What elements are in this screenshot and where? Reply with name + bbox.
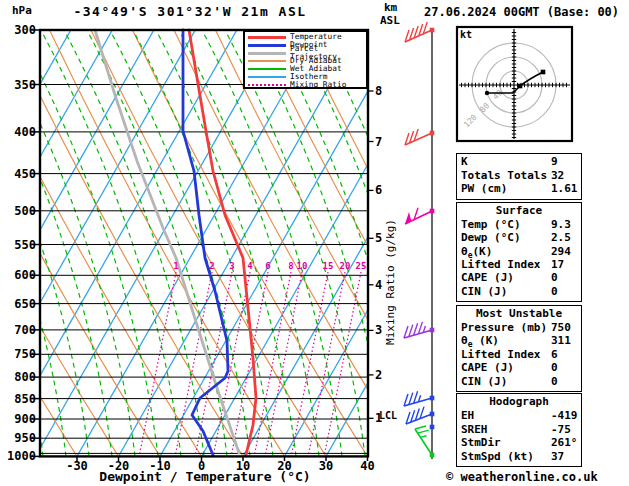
- wind-barb-dot: [430, 425, 435, 430]
- panel-row: K9: [461, 155, 577, 169]
- panel-value: 2.5: [551, 231, 577, 244]
- panel-label: K: [461, 155, 551, 169]
- panel-value: 37: [551, 450, 577, 464]
- panel-value: 0: [551, 361, 577, 374]
- pressure-tick-label: 650: [6, 297, 36, 311]
- panel-value: -75: [551, 423, 577, 437]
- pressure-tick-label: 950: [6, 431, 36, 445]
- panel-row: Dewp (°C)2.5: [461, 231, 577, 244]
- legend-swatch: [248, 36, 286, 39]
- panel-row: θe (K)311: [461, 334, 577, 347]
- panel-row: Temp (°C)9.3: [461, 218, 577, 231]
- panel-label: SREH: [461, 423, 551, 437]
- panel-value: 750: [551, 321, 577, 334]
- pressure-tick-label: 550: [6, 238, 36, 252]
- pressure-tick-label: 800: [6, 370, 36, 384]
- hodograph-start-dot: [485, 91, 489, 95]
- temperature-tick-label: 10: [223, 459, 263, 473]
- panel-label: StmSpd (kt): [461, 450, 551, 464]
- wind-barb: [404, 322, 434, 338]
- panel-value: 6: [551, 348, 577, 361]
- dry-adiabat-line: [50, 30, 285, 456]
- stats-panel: Most UnstablePressure (mb)750θe (K)311Li…: [456, 305, 582, 392]
- legend-swatch: [248, 52, 286, 55]
- pressure-tick-label: 850: [6, 392, 36, 406]
- mixing-ratio-value-label: 6: [258, 261, 278, 271]
- pressure-tick-label: 600: [6, 268, 36, 282]
- panel-value: 32: [551, 169, 577, 183]
- wind-barb: [405, 22, 434, 42]
- mixing-ratio-line: [292, 272, 328, 453]
- datetime-label: 27.06.2024 00GMT (Base: 00): [424, 5, 619, 19]
- wind-barb: [430, 425, 435, 430]
- panel-row: PW (cm)1.61: [461, 182, 577, 196]
- panel-label: EH: [461, 409, 551, 423]
- panel-label: CAPE (J): [461, 361, 551, 374]
- panel-label: Dewp (°C): [461, 231, 551, 244]
- temperature-tick-label: 30: [306, 459, 346, 473]
- wind-barb: [405, 208, 434, 224]
- panel-header: Surface: [461, 204, 577, 218]
- mixing-ratio-line: [140, 272, 176, 453]
- pressure-tick-label: 400: [6, 125, 36, 139]
- stats-panel: SurfaceTemp (°C)9.3Dewp (°C)2.5θe(K)294L…: [456, 202, 582, 302]
- hodograph-marker: [518, 84, 523, 89]
- stats-panel: HodographEH-419SREH-75StmDir261°StmSpd (…: [456, 393, 582, 467]
- legend-swatch: [248, 76, 286, 78]
- km-tick-label: 3: [375, 323, 382, 337]
- mixing-ratio-value-label: 3: [222, 261, 242, 271]
- legend-row: Mixing Ratio: [245, 81, 366, 89]
- hodograph-unit-label: kt: [460, 29, 472, 40]
- panel-row: CAPE (J)0: [461, 271, 577, 284]
- legend-swatch: [248, 44, 286, 47]
- sounding-page: { "header": { "pressure_unit": "hPa", "t…: [0, 0, 629, 486]
- mixing-ratio-line: [176, 272, 212, 453]
- km-tick-label: 6: [375, 183, 382, 197]
- legend-swatch: [248, 68, 286, 70]
- wind-barb-shaft: [415, 429, 432, 455]
- wet-adiabat-line: [156, 30, 296, 456]
- panel-row: EH-419: [461, 409, 577, 423]
- panel-label: CIN (J): [461, 285, 551, 298]
- pressure-tick-label: 750: [6, 347, 36, 361]
- panel-label: Lifted Index: [461, 348, 551, 361]
- km-tick-label: 2: [375, 368, 382, 382]
- legend-swatch: [248, 84, 286, 86]
- wind-barb-half-tick: [420, 436, 426, 438]
- mixing-ratio-axis-title: Mixing Ratio (g/kg): [384, 212, 396, 352]
- panel-row: StmSpd (kt)37: [461, 450, 577, 464]
- panel-value: -419: [551, 409, 578, 423]
- stats-panel: K9Totals Totals32PW (cm)1.61: [456, 153, 582, 200]
- wind-barb: [404, 391, 434, 406]
- pressure-tick-label: 450: [6, 167, 36, 181]
- mixing-ratio-value-label: 25: [351, 261, 371, 271]
- panel-row: StmDir261°: [461, 436, 577, 450]
- mixing-ratio-value-label: 1: [166, 261, 186, 271]
- panel-value: 9: [551, 155, 577, 169]
- pressure-tick-label: 900: [6, 412, 36, 426]
- km-tick-label: 5: [375, 231, 382, 245]
- pressure-tick-label: 700: [6, 323, 36, 337]
- panel-row: CIN (J)0: [461, 375, 577, 388]
- mixing-ratio-value-label: 10: [292, 261, 312, 271]
- pressure-unit-label: hPa: [12, 4, 32, 17]
- panel-value: 261°: [551, 436, 578, 450]
- panel-row: CIN (J)0: [461, 285, 577, 298]
- panel-value: 9.3: [551, 218, 577, 231]
- wind-barb-full-tick: [418, 430, 429, 433]
- km-axis-unit: km: [384, 1, 397, 14]
- panel-label: θe(K): [461, 245, 551, 258]
- panel-row: Totals Totals32: [461, 169, 577, 183]
- temperature-tick-label: 20: [265, 459, 305, 473]
- copyright: © weatheronline.co.uk: [446, 470, 598, 484]
- panel-row: SREH-75: [461, 423, 577, 437]
- wind-barb-shaft: [406, 414, 432, 424]
- panel-row: θe(K)294: [461, 245, 577, 258]
- temperature-tick-label: 0: [182, 459, 222, 473]
- mixing-ratio-value-label: 4: [240, 261, 260, 271]
- panel-label: Temp (°C): [461, 218, 551, 231]
- dry-adiabat-line: [216, 30, 451, 456]
- panel-row: Pressure (mb)750: [461, 321, 577, 334]
- wind-barb-shaft: [404, 330, 432, 338]
- panel-value: 0: [551, 285, 577, 298]
